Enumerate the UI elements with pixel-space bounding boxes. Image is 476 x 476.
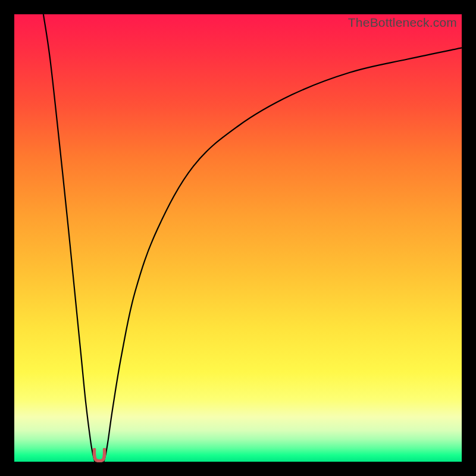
watermark-text: TheBottleneck.com: [348, 15, 457, 30]
curve-right-branch: [104, 48, 462, 462]
bottleneck-curve: [14, 14, 462, 462]
minimum-u-marker: [92, 448, 107, 462]
curve-left-branch: [43, 14, 95, 462]
chart-plot-area: TheBottleneck.com: [14, 14, 462, 462]
